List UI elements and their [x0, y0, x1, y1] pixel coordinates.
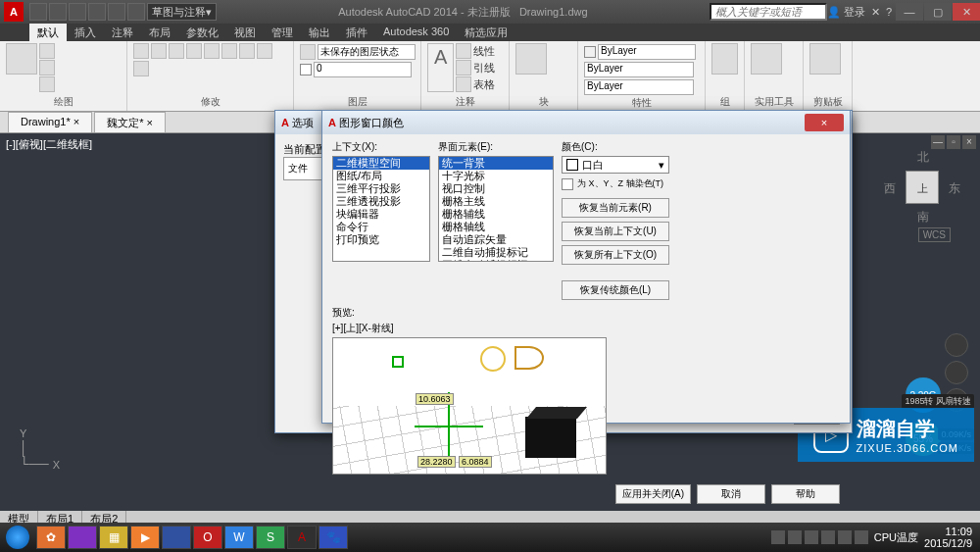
apply-close-button[interactable]: 应用并关闭(A) [615, 484, 691, 504]
line-tool-icon[interactable] [6, 43, 37, 75]
workspace-dropdown[interactable]: 草图与注释 ▾ [147, 3, 217, 21]
copy-tool-icon[interactable] [151, 43, 167, 59]
color-dropdown[interactable]: 口白 ▾ [562, 156, 669, 174]
tab-output[interactable]: 输出 [301, 24, 338, 41]
help-search-input[interactable] [710, 3, 827, 21]
app-icon[interactable]: A [4, 2, 24, 22]
viewcube-south[interactable]: 南 [917, 209, 929, 226]
viewcube-east[interactable]: 东 [949, 180, 960, 197]
restore-all-contexts-button[interactable]: 恢复所有上下文(O) [562, 245, 669, 265]
qat-save-icon[interactable] [69, 3, 86, 21]
tab-manage[interactable]: 管理 [264, 24, 301, 41]
colors-close-button[interactable]: × [805, 114, 844, 131]
viewcube-west[interactable]: 西 [884, 180, 896, 197]
move-tool-icon[interactable] [133, 43, 149, 59]
tab-featured[interactable]: 精选应用 [457, 24, 515, 41]
text-tool-icon[interactable]: A [427, 43, 454, 92]
insert-block-icon[interactable] [515, 43, 547, 75]
linetype-dropdown[interactable]: ByLayer [584, 79, 694, 95]
stretch-tool-icon[interactable] [239, 43, 255, 59]
rotate-tool-icon[interactable] [169, 43, 184, 59]
qat-new-icon[interactable] [29, 3, 47, 21]
tray-icon[interactable] [838, 530, 852, 544]
tab-layout[interactable]: 布局 [141, 24, 178, 41]
restore-classic-colors-button[interactable]: 恢复传统颜色(L) [562, 280, 669, 300]
close-tab-icon[interactable]: × [147, 117, 153, 128]
paste-icon[interactable] [809, 43, 841, 75]
dim-linear-tool[interactable]: 线性 [456, 43, 495, 59]
pan-icon[interactable] [945, 361, 968, 384]
taskbar-app-2[interactable] [68, 526, 97, 549]
login-link[interactable]: 👤 登录 [827, 5, 865, 20]
layer-state-dropdown[interactable]: 未保存的图层状态 [318, 44, 416, 60]
start-button[interactable] [0, 523, 35, 552]
restore-element-button[interactable]: 恢复当前元素(R) [562, 198, 669, 218]
view-cube[interactable]: 北 南 西 东 上 [888, 153, 956, 222]
cancel-button[interactable]: 取消 [697, 484, 765, 504]
tray-icon[interactable] [821, 530, 835, 544]
lineweight-dropdown[interactable]: ByLayer [584, 62, 694, 77]
table-tool[interactable]: 表格 [456, 76, 495, 92]
current-layer-dropdown[interactable]: 0 [314, 62, 412, 77]
qat-open-icon[interactable] [49, 3, 67, 21]
minimize-button[interactable]: — [896, 3, 923, 21]
tab-a360[interactable]: Autodesk 360 [375, 24, 457, 41]
tray-icon[interactable] [788, 530, 802, 544]
nav-wheel-icon[interactable] [945, 333, 968, 357]
tab-parametric[interactable]: 参数化 [178, 24, 226, 41]
viewport-label[interactable]: [-][俯视][二维线框] [6, 137, 92, 152]
trim-tool-icon[interactable] [186, 43, 202, 59]
qat-redo-icon[interactable] [108, 3, 125, 21]
scale-tool-icon[interactable] [257, 43, 272, 59]
mirror-tool-icon[interactable] [204, 43, 220, 59]
element-listbox[interactable]: 统一背景 十字光标 视口控制 栅格主线 栅格辅线 栅格轴线 自动追踪矢量 二维自… [438, 156, 554, 262]
file-tab-2[interactable]: 魏文定* × [94, 112, 166, 132]
wcs-label[interactable]: WCS [918, 227, 951, 242]
tab-insert[interactable]: 插入 [67, 24, 104, 41]
tab-default[interactable]: 默认 [29, 24, 67, 41]
polyline-tool[interactable] [39, 43, 55, 59]
qat-print-icon[interactable] [127, 3, 145, 21]
tab-view[interactable]: 视图 [226, 24, 264, 41]
layer-props-icon[interactable] [300, 44, 316, 60]
taskbar-app-1[interactable]: ✿ [36, 526, 66, 549]
system-clock[interactable]: 11:092015/12/9 [924, 526, 972, 549]
circle-tool[interactable] [39, 60, 55, 75]
taskbar-media[interactable]: ▶ [130, 526, 160, 549]
arc-tool[interactable] [39, 76, 55, 92]
doc-minimize-icon[interactable]: — [931, 135, 945, 149]
taskbar-word[interactable]: W [224, 526, 254, 549]
close-button[interactable]: ✕ [953, 3, 980, 21]
taskbar-baidu[interactable]: 🐾 [318, 526, 348, 549]
close-tab-icon[interactable]: × [74, 116, 79, 127]
color-dropdown[interactable]: ByLayer [598, 44, 696, 60]
taskbar-opera[interactable]: O [193, 526, 222, 549]
file-tab-1[interactable]: Drawing1* × [8, 112, 92, 132]
viewcube-top[interactable]: 上 [906, 171, 939, 204]
doc-restore-icon[interactable]: ▫ [947, 135, 960, 149]
doc-close-icon[interactable]: × [962, 135, 976, 149]
qat-undo-icon[interactable] [88, 3, 106, 21]
taskbar-app-5[interactable] [162, 526, 191, 549]
tray-icon[interactable] [805, 530, 818, 544]
tab-annotate[interactable]: 注释 [104, 24, 141, 41]
color-swatch[interactable] [584, 46, 596, 58]
tint-xyz-checkbox[interactable] [562, 178, 573, 190]
help-icon[interactable]: ? [886, 6, 892, 18]
context-listbox[interactable]: 二维模型空间 图纸/布局 三维平行投影 三维透视投影 块编辑器 命令行 打印预览 [332, 156, 430, 262]
exchange-icon[interactable]: ✕ [871, 6, 880, 19]
maximize-button[interactable]: ▢ [924, 3, 952, 21]
array-tool-icon[interactable] [133, 61, 149, 76]
restore-context-button[interactable]: 恢复当前上下文(U) [562, 222, 669, 241]
viewcube-north[interactable]: 北 [917, 149, 929, 166]
leader-tool[interactable]: 引线 [456, 60, 495, 75]
fillet-tool-icon[interactable] [221, 43, 237, 59]
tab-plugins[interactable]: 插件 [338, 24, 375, 41]
taskbar-explorer[interactable]: ▦ [99, 526, 128, 549]
measure-icon[interactable] [751, 43, 782, 75]
group-icon[interactable] [711, 43, 738, 75]
taskbar-app-8[interactable]: S [256, 526, 285, 549]
help-button[interactable]: 帮助 [771, 484, 840, 504]
taskbar-autocad[interactable]: A [287, 526, 317, 549]
tray-icon[interactable] [855, 530, 868, 544]
